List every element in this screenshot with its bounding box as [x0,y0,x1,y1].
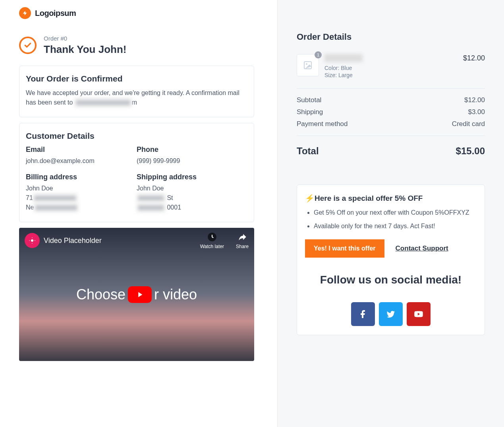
accept-offer-button[interactable]: Yes! I want this offer [305,239,384,258]
facebook-icon [358,309,368,319]
youtube-icon [413,309,424,319]
customer-details-card: Customer Details Email john.doe@example.… [19,123,254,222]
check-circle-icon [19,37,37,54]
video-title: Video Placeholder [44,237,102,245]
watch-later-button[interactable]: Watch later [200,232,224,249]
offer-bullets: Get 5% Off on your next offer with Coupo… [305,208,477,231]
offer-bullet: Get 5% Off on your next offer with Coupo… [314,208,477,218]
phone-value: (999) 999-9999 [137,156,247,166]
share-button[interactable]: Share [236,232,249,249]
social-heading: Follow us on social media! [305,274,477,286]
thank-you-header: Order #0 Thank You John! [19,35,254,56]
offer-title: ⚡Here is a special offer 5% OFF [305,194,477,203]
customer-details-title: Customer Details [26,131,247,141]
billing-address-label: Billing address [26,173,137,181]
redacted-email: xxxxxxxxxxxxxxxxx [75,98,132,107]
order-details-title: Order Details [297,32,485,42]
phone-label: Phone [137,146,247,154]
subtotal-value: $12.00 [464,96,485,104]
twitter-button[interactable] [379,302,403,326]
logo-mark-icon [19,7,31,19]
special-offer-card: ⚡Here is a special offer 5% OFF Get 5% O… [297,184,485,335]
item-quantity-badge: 1 [315,51,322,58]
total-label: Total [297,146,319,157]
shipping-label: Shipping [297,108,323,116]
logo: Logoipsum [19,7,254,19]
contact-support-link[interactable]: Contact Support [396,245,448,252]
order-confirmed-body: We have accepted your order, and we're g… [26,88,247,107]
video-channel-avatar-icon[interactable] [25,233,40,248]
play-button-icon[interactable] [128,286,152,303]
order-confirmed-card: Your Order is Confirmed We have accepted… [19,66,254,117]
thank-you-title: Thank You John! [44,43,126,56]
payment-method-label: Payment method [297,120,348,128]
order-number: Order #0 [44,35,126,42]
video-overlay-text: Choose r video [76,286,197,303]
item-variant-size: Size: Large [324,72,458,79]
order-summary: Subtotal $12.00 Shipping $3.00 Payment m… [297,89,485,136]
facebook-button[interactable] [351,302,375,326]
subtotal-label: Subtotal [297,96,321,104]
payment-method-value: Credit card [452,120,485,128]
email-label: Email [26,146,137,154]
item-price: $12.00 [463,54,485,62]
total-value: $15.00 [456,146,485,157]
order-total: Total $15.00 [297,136,485,157]
shipping-address-label: Shipping address [137,173,247,181]
item-name-redacted [324,54,363,62]
youtube-button[interactable] [407,302,431,326]
twitter-icon [386,309,396,319]
billing-address-value: John Doe 71xxxxxxxxxxxxx Nexxxxxxxxxxxxx [26,184,137,212]
order-item: 1 Color: Blue Size: Large $12.00 [297,54,485,89]
video-player[interactable]: Video Placeholder Watch later Share Choo… [19,228,254,361]
shipping-value: $3.00 [468,108,485,116]
item-thumbnail: 1 [297,54,319,76]
order-confirmed-title: Your Order is Confirmed [26,74,247,83]
logo-text: Logoipsum [35,9,76,18]
item-variant-color: Color: Blue [324,64,458,72]
shipping-address-value: John Doe xxxxxxxx St xxxxxxxx 0001 [137,184,247,212]
svg-point-0 [31,239,33,242]
svg-point-3 [306,63,307,65]
offer-bullet: Available only for the next 7 days. Act … [314,221,477,231]
email-value: john.doe@example.com [26,156,137,166]
